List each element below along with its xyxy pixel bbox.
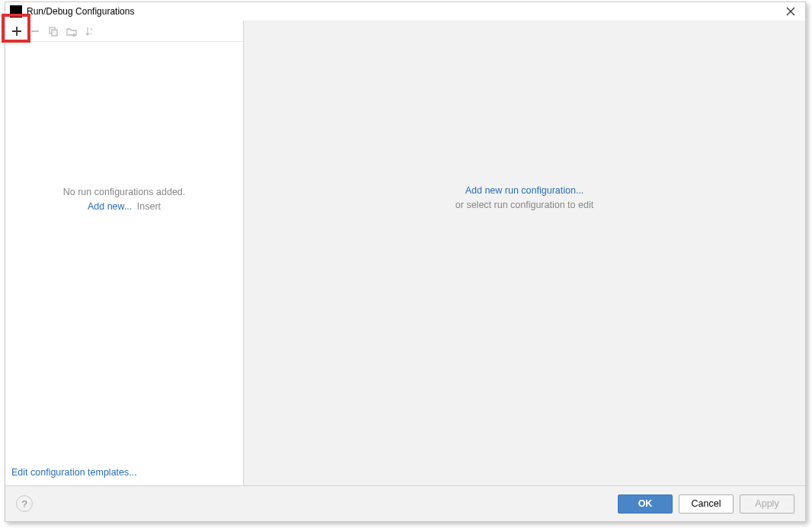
- close-icon: [786, 7, 795, 16]
- question-icon: ?: [21, 498, 27, 510]
- content-area: az No run configurations added. Add new.…: [5, 21, 805, 486]
- add-new-link[interactable]: Add new...: [88, 201, 132, 212]
- add-new-hint: Insert: [137, 201, 161, 212]
- folder-icon: [66, 26, 77, 37]
- help-button[interactable]: ?: [16, 495, 33, 512]
- close-button[interactable]: [781, 2, 801, 21]
- remove-config-button[interactable]: [27, 23, 43, 40]
- left-footer: Edit configuration templates...: [5, 459, 243, 485]
- copy-config-button[interactable]: [45, 23, 62, 40]
- no-config-label: No run configurations added.: [63, 187, 186, 197]
- button-bar: ? OK Cancel Apply: [5, 486, 805, 521]
- titlebar: Run/Debug Configurations: [5, 2, 805, 21]
- add-new-line: Add new... Insert: [88, 201, 161, 212]
- save-config-button[interactable]: [63, 23, 80, 40]
- add-config-button[interactable]: [8, 23, 25, 40]
- config-list-empty: No run configurations added. Add new... …: [5, 42, 243, 459]
- svg-rect-1: [52, 30, 57, 36]
- dialog-title: Run/Debug Configurations: [27, 6, 781, 17]
- app-icon: [10, 5, 22, 18]
- run-debug-config-dialog: Run/Debug Configurations: [5, 2, 806, 522]
- dialog-body: az No run configurations added. Add new.…: [5, 21, 805, 521]
- sort-config-button[interactable]: az: [82, 23, 98, 40]
- edit-templates-link[interactable]: Edit configuration templates...: [11, 467, 137, 478]
- copy-icon: [48, 26, 59, 37]
- add-run-config-link[interactable]: Add new run configuration...: [465, 185, 584, 196]
- svg-text:z: z: [91, 31, 93, 36]
- plus-icon: [11, 26, 22, 37]
- sort-icon: az: [85, 26, 95, 37]
- ok-button[interactable]: OK: [618, 494, 673, 514]
- left-panel: az No run configurations added. Add new.…: [5, 21, 244, 485]
- cancel-button[interactable]: Cancel: [679, 494, 734, 514]
- right-subtext: or select run configuration to edit: [456, 200, 593, 210]
- apply-button: Apply: [740, 494, 794, 514]
- minus-icon: [30, 26, 40, 37]
- toolbar: az: [5, 21, 243, 42]
- right-panel: Add new run configuration... or select r…: [244, 21, 805, 485]
